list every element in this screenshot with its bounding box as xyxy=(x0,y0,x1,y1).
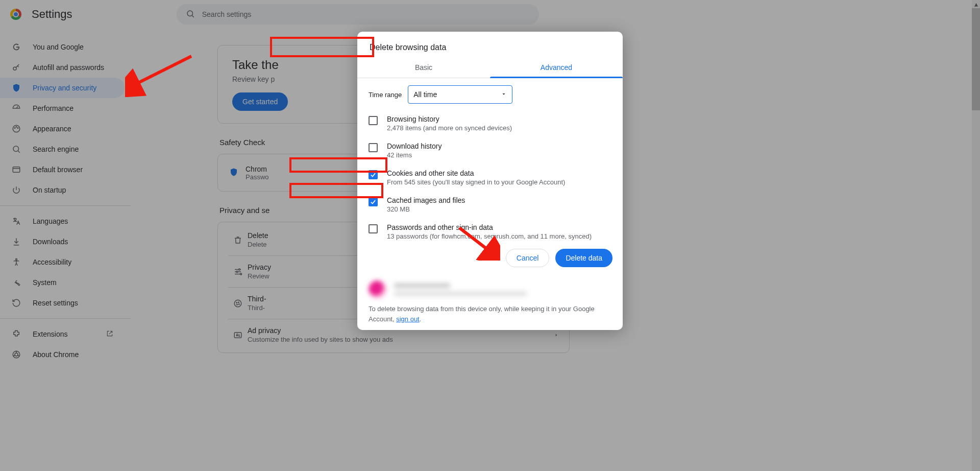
avatar-blurred xyxy=(369,280,387,299)
option-subtitle: 2,478 items (and more on synced devices) xyxy=(387,124,512,132)
checkbox[interactable] xyxy=(369,116,378,125)
app-root: Settings Search settings You and GoogleA… xyxy=(0,0,980,471)
cancel-button[interactable]: Cancel xyxy=(506,249,550,267)
option-title: Passwords and other sign-in data xyxy=(387,223,592,231)
dialog-tabs: Basic Advanced xyxy=(357,57,623,78)
sign-out-link[interactable]: sign out xyxy=(396,315,420,323)
tab-advanced[interactable]: Advanced xyxy=(490,57,623,78)
dialog-title: Delete browsing data xyxy=(357,32,623,57)
delete-option-row: Cached images and files320 MB xyxy=(369,191,611,218)
tab-basic[interactable]: Basic xyxy=(357,57,490,78)
dialog-footnote: To delete browsing data from this device… xyxy=(357,304,623,330)
checkbox[interactable] xyxy=(369,197,378,206)
option-title: Cookies and other site data xyxy=(387,169,565,177)
option-subtitle: 42 items xyxy=(387,151,442,159)
delete-option-row: Download history42 items xyxy=(369,137,611,164)
delete-option-row: Cookies and other site dataFrom 545 site… xyxy=(369,164,611,191)
option-title: Download history xyxy=(387,142,442,150)
checkbox[interactable] xyxy=(369,224,378,233)
account-row-blurred xyxy=(357,276,623,304)
time-range-select[interactable]: All time xyxy=(408,85,512,104)
delete-option-row: Passwords and other sign-in data13 passw… xyxy=(369,218,611,242)
option-subtitle: 13 passwords (for flowhcm.com, semrush.c… xyxy=(387,232,592,240)
option-subtitle: 320 MB xyxy=(387,205,465,213)
checkbox[interactable] xyxy=(369,170,378,179)
option-title: Browsing history xyxy=(387,115,512,123)
checkbox[interactable] xyxy=(369,143,378,152)
delete-data-button[interactable]: Delete data xyxy=(555,249,612,267)
time-range-label: Time range xyxy=(369,91,402,99)
chevron-down-icon xyxy=(501,90,507,99)
dialog-scroll-area[interactable]: Time range All time Browsing history2,47… xyxy=(357,78,623,242)
delete-browsing-data-dialog: Delete browsing data Basic Advanced Time… xyxy=(357,32,623,330)
option-subtitle: From 545 sites (you'll stay signed in to… xyxy=(387,178,565,186)
option-title: Cached images and files xyxy=(387,196,465,204)
delete-option-row: Browsing history2,478 items (and more on… xyxy=(369,110,611,137)
time-range-value: All time xyxy=(413,90,437,99)
